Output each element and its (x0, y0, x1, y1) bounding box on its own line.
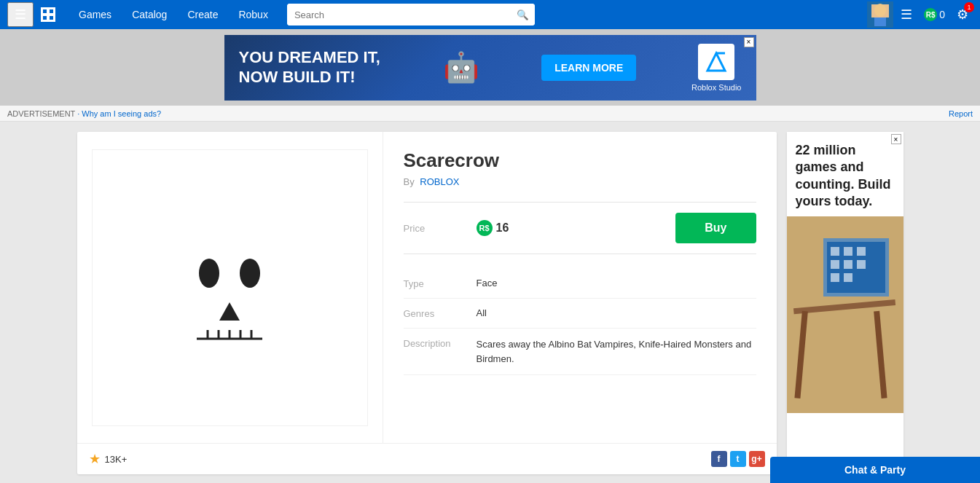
svg-rect-30 (857, 260, 866, 269)
svg-rect-27 (857, 247, 866, 256)
navbar-right: ☰ R$ 0 ⚙ 1 (867, 1, 973, 28)
svg-point-12 (199, 259, 219, 288)
type-label: Type (404, 278, 477, 289)
nav-catalog[interactable]: Catalog (122, 0, 177, 29)
search-button[interactable]: 🔍 (511, 4, 535, 25)
avatar[interactable] (867, 1, 893, 28)
svg-rect-28 (831, 260, 839, 269)
svg-rect-2 (50, 9, 53, 13)
description-text: Scares away the Albino Bat Vampires, Kni… (477, 337, 753, 366)
studio-label: Roblox Studio (691, 83, 742, 92)
star-icon: ★ (89, 451, 101, 467)
main-layout: Scarecrow By ROBLOX Price R$ 16 Buy Typ (0, 122, 980, 483)
settings-badge: 1 (964, 2, 974, 12)
svg-rect-26 (844, 247, 852, 256)
ad-robot-graphic: 🤖 (436, 42, 487, 93)
item-title: Scarecrow (404, 149, 756, 172)
ad-footer: ADVERTISEMENT · Why am I seeing ads? Rep… (0, 106, 980, 122)
search-input[interactable] (287, 4, 511, 25)
nav-robux[interactable]: Robux (228, 0, 278, 29)
item-details: Scarecrow By ROBLOX Price R$ 16 Buy Typ (383, 132, 777, 443)
ad-studio-section: Roblox Studio (691, 44, 742, 92)
svg-rect-3 (43, 16, 47, 20)
nav-create[interactable]: Create (177, 0, 228, 29)
item-card-footer: ★ 13K+ f t g+ (77, 443, 777, 474)
description-label: Description (404, 337, 477, 349)
price-value: R$ 16 (477, 220, 676, 236)
svg-rect-1 (43, 9, 47, 13)
navbar: ☰ Games Catalog Create Robux 🔍 ☰ (0, 0, 980, 29)
svg-rect-7 (874, 17, 886, 26)
item-description-row: Description Scares away the Albino Bat V… (404, 329, 756, 375)
social-icons: f t g+ (711, 451, 765, 467)
favorite-section: ★ 13K+ (89, 451, 128, 467)
ad-headline: YOU DREAMED IT, NOW BUILD IT! (239, 48, 380, 87)
robux-count: 0 (939, 9, 945, 20)
creator-link[interactable]: ROBLOX (420, 176, 459, 187)
nav-games[interactable]: Games (68, 0, 122, 29)
robux-button[interactable]: R$ 0 (920, 5, 949, 24)
twitter-share-button[interactable]: t (730, 451, 746, 467)
googleplus-share-button[interactable]: g+ (749, 451, 765, 467)
item-type-row: Type Face (404, 269, 756, 299)
roblox-logo[interactable] (36, 3, 60, 26)
chat-party-bar[interactable]: Chat & Party (770, 457, 980, 483)
side-ad-close-button[interactable]: × (891, 134, 901, 144)
item-genres-row: Genres All (404, 299, 756, 329)
svg-rect-4 (50, 16, 53, 20)
item-creator: By ROBLOX (404, 176, 756, 187)
ad-footer-left: ADVERTISEMENT · Why am I seeing ads? (7, 109, 161, 118)
robux-price-icon: R$ (477, 220, 493, 236)
buy-button[interactable]: Buy (675, 213, 756, 243)
price-label: Price (404, 223, 477, 234)
settings-icon-btn[interactable]: ⚙ 1 (952, 4, 973, 25)
chat-icon-btn[interactable]: ☰ (896, 4, 917, 25)
favorites-count: 13K+ (105, 454, 128, 465)
svg-rect-25 (831, 247, 839, 256)
svg-point-8 (874, 4, 886, 17)
type-value: Face (477, 278, 498, 288)
robux-icon: R$ (924, 8, 937, 21)
side-ad: × 22 million games and counting. Build y… (787, 132, 903, 474)
genres-label: Genres (404, 307, 477, 319)
ad-label: ADVERTISEMENT (7, 109, 75, 118)
ad-why-link[interactable]: · Why am I seeing ads? (77, 109, 161, 118)
item-image-section (77, 132, 383, 443)
svg-rect-31 (831, 273, 839, 282)
item-image-canvas (92, 149, 368, 426)
ad-inner-content: YOU DREAMED IT, NOW BUILD IT! 🤖 LEARN MO… (224, 35, 756, 101)
item-price-row: Price R$ 16 Buy (404, 202, 756, 254)
scarecrow-face-svg (157, 208, 302, 368)
ad-banner: YOU DREAMED IT, NOW BUILD IT! 🤖 LEARN MO… (0, 29, 980, 106)
genres-value[interactable]: All (477, 307, 487, 318)
item-card-body: Scarecrow By ROBLOX Price R$ 16 Buy Typ (77, 132, 777, 443)
search-bar: 🔍 (287, 4, 535, 25)
side-ad-image (787, 216, 903, 413)
svg-rect-32 (844, 273, 852, 282)
facebook-share-button[interactable]: f (711, 451, 727, 467)
svg-marker-14 (219, 302, 240, 321)
hamburger-menu-button[interactable]: ☰ (7, 2, 34, 27)
price-amount: 16 (496, 221, 509, 235)
ad-report-link[interactable]: Report (949, 109, 973, 118)
ad-learn-more-button[interactable]: LEARN MORE (541, 55, 636, 81)
svg-point-13 (240, 259, 260, 288)
studio-icon (698, 44, 734, 80)
svg-rect-29 (844, 260, 852, 269)
nav-links: Games Catalog Create Robux (68, 0, 278, 29)
side-ad-text: 22 million games and counting. Build you… (787, 132, 903, 216)
ad-close-button[interactable]: × (744, 37, 754, 47)
item-card: Scarecrow By ROBLOX Price R$ 16 Buy Typ (77, 132, 777, 474)
